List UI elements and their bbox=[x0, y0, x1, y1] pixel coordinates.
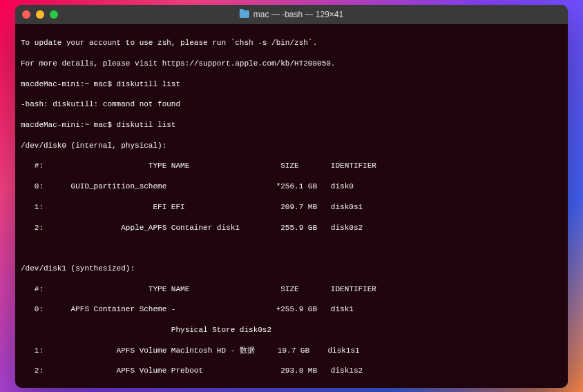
prompt-line: macdeMac-mini:~ mac$ diskutill list bbox=[21, 79, 562, 90]
prompt-line: macdeMac-mini:~ mac$ diskutil list bbox=[21, 120, 562, 130]
error-line: -bash: diskutill: command not found bbox=[21, 99, 562, 110]
disk-row: 2: Apple_APFS Container disk1 255.9 GB d… bbox=[21, 223, 562, 233]
minimize-icon[interactable] bbox=[36, 10, 44, 19]
disk-row: 0: APFS Container Scheme - +255.9 GB dis… bbox=[21, 304, 562, 315]
window-title-group: mac — -bash — 129×41 bbox=[240, 10, 343, 19]
disk-header: /dev/disk1 (synthesized): bbox=[21, 264, 562, 274]
blank-line bbox=[21, 243, 562, 253]
text-line: For more details, please visit https://s… bbox=[21, 59, 562, 69]
titlebar[interactable]: mac — -bash — 129×41 bbox=[15, 5, 568, 24]
traffic-lights bbox=[22, 10, 58, 19]
close-icon[interactable] bbox=[22, 10, 30, 19]
disk-header: /dev/disk0 (internal, physical): bbox=[21, 141, 562, 151]
disk-row: 2: APFS Volume Preboot 293.8 MB disk1s2 bbox=[21, 366, 562, 376]
text-line: To update your account to use zsh, pleas… bbox=[21, 38, 562, 48]
disk-row: 0: GUID_partition_scheme *256.1 GB disk0 bbox=[21, 182, 562, 192]
disk-row: 3: APFS Volume Recovery 613.8 MB disk1s3 bbox=[21, 386, 562, 387]
window-title: mac — -bash — 129×41 bbox=[254, 10, 343, 19]
folder-icon bbox=[240, 10, 249, 18]
terminal-window: mac — -bash — 129×41 To update your acco… bbox=[15, 5, 568, 388]
terminal-content[interactable]: To update your account to use zsh, pleas… bbox=[15, 24, 568, 388]
disk-row: Physical Store disk0s2 bbox=[21, 325, 562, 335]
column-header: #: TYPE NAME SIZE IDENTIFIER bbox=[21, 284, 562, 295]
disk-row: 1: EFI EFI 209.7 MB disk0s1 bbox=[21, 202, 562, 213]
column-header: #: TYPE NAME SIZE IDENTIFIER bbox=[21, 161, 562, 171]
disk-row: 1: APFS Volume Macintosh HD - 数据 19.7 GB… bbox=[21, 346, 562, 356]
fullscreen-icon[interactable] bbox=[50, 10, 58, 19]
